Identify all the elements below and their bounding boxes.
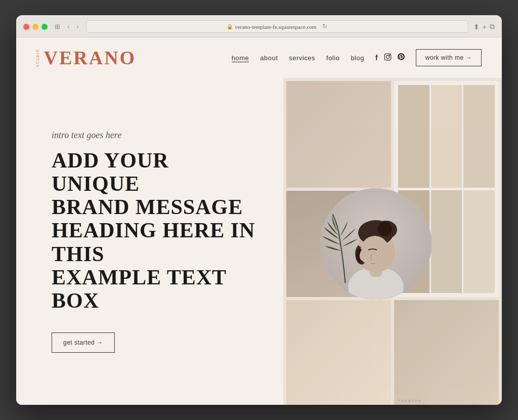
svg-point-11 xyxy=(360,236,390,270)
hero-heading-line3: HEADING HERE IN THIS xyxy=(52,219,255,265)
hero-left: intro text goes here ADD YOUR UNIQUE BRA… xyxy=(16,78,283,405)
hero-right: TRANSPA... xyxy=(283,78,502,405)
collage-cell-5: TRANSPA... xyxy=(394,300,499,405)
nav-services[interactable]: services xyxy=(289,54,315,62)
hero-heading-line1: ADD YOUR UNIQUE xyxy=(52,149,169,195)
svg-point-2 xyxy=(389,55,390,55)
maximize-button[interactable] xyxy=(41,24,48,30)
back-button[interactable]: ‹ xyxy=(65,22,71,31)
nav-about[interactable]: about xyxy=(260,54,278,62)
svg-rect-13 xyxy=(384,272,394,297)
duplicate-tab-button[interactable]: ⧉ xyxy=(490,22,495,31)
site-nav: home about services folio blog f xyxy=(232,49,482,66)
svg-point-10 xyxy=(378,222,392,236)
browser-actions: ⬆ + ⧉ xyxy=(473,22,495,31)
logo-tagline: STUDIO xyxy=(36,49,40,67)
logo-area: STUDIO VERANO xyxy=(36,47,136,69)
share-button[interactable]: ⬆ xyxy=(473,23,480,31)
lock-icon: 🔒 xyxy=(227,24,233,29)
site-header: STUDIO VERANO home about services folio … xyxy=(16,37,502,78)
browser-window: ⊞ ‹ › 🔒 verano-template-fe.squarespace.c… xyxy=(16,15,502,405)
browser-chrome: ⊞ ‹ › 🔒 verano-template-fe.squarespace.c… xyxy=(16,15,502,37)
work-with-me-button[interactable]: work with me → xyxy=(416,49,482,66)
address-bar[interactable]: 🔒 verano-template-fe.squarespace.com ↻ xyxy=(86,20,468,33)
intro-text: intro text goes here xyxy=(52,130,258,141)
new-tab-button[interactable]: + xyxy=(483,23,487,31)
nav-folio[interactable]: folio xyxy=(326,54,339,62)
instagram-icon[interactable] xyxy=(384,53,392,63)
site-content: STUDIO VERANO home about services folio … xyxy=(16,37,502,405)
reload-button[interactable]: ↻ xyxy=(322,23,327,30)
url-text: verano-template-fe.squarespace.com xyxy=(235,24,316,30)
window-toggle-button[interactable]: ⊞ xyxy=(53,22,62,31)
svg-point-1 xyxy=(386,55,389,58)
hero-heading: ADD YOUR UNIQUE BRAND MESSAGE HEADING HE… xyxy=(52,149,258,312)
browser-controls: ⊞ ‹ › xyxy=(53,22,81,31)
logo-text[interactable]: VERANO xyxy=(44,47,137,69)
nav-social: f xyxy=(375,53,405,63)
nav-blog[interactable]: blog xyxy=(351,54,364,62)
hero-heading-line2: BRAND MESSAGE xyxy=(52,195,243,219)
nav-home[interactable]: home xyxy=(232,54,249,62)
forward-button[interactable]: › xyxy=(74,22,80,31)
facebook-icon[interactable]: f xyxy=(375,54,378,62)
transp-label: TRANSPA... xyxy=(398,399,427,403)
collage-cell-1 xyxy=(286,81,391,188)
hero-heading-line4: EXAMPLE TEXT BOX xyxy=(52,266,226,312)
get-started-button[interactable]: get started → xyxy=(52,332,115,353)
portrait-inner xyxy=(320,188,431,300)
svg-rect-12 xyxy=(358,274,367,297)
minimize-button[interactable] xyxy=(32,24,38,30)
collage-cell-4 xyxy=(286,300,391,405)
svg-rect-0 xyxy=(384,54,391,60)
hero-section: intro text goes here ADD YOUR UNIQUE BRA… xyxy=(16,78,502,405)
close-button[interactable] xyxy=(23,24,29,30)
portrait-circle xyxy=(320,188,431,300)
traffic-lights xyxy=(23,24,48,30)
pinterest-icon[interactable] xyxy=(398,53,405,62)
